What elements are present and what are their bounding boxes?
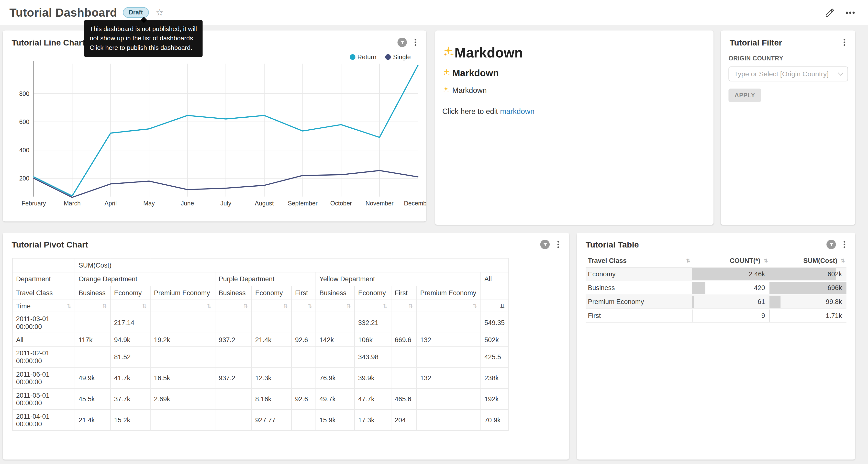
pivot-cell: 106k xyxy=(354,333,391,346)
sparkles-icon xyxy=(442,68,451,79)
kebab-menu-icon[interactable] xyxy=(843,243,845,245)
edit-markdown-link[interactable]: markdown xyxy=(500,107,534,116)
metric-cell: 602k xyxy=(770,267,846,281)
sort-icon[interactable]: ⇅ xyxy=(408,302,413,310)
more-options-icon[interactable] xyxy=(849,11,851,13)
column-header: Travel Class xyxy=(588,257,627,265)
card-header-icons xyxy=(827,240,846,249)
data-table: Travel Class⇅ COUNT(*)⇅ SUM(Cost)⇅ Econo… xyxy=(586,255,846,322)
legend-label: Return xyxy=(357,54,376,60)
pivot-cell: 332.21 xyxy=(354,312,391,333)
legend-item-single[interactable]: Single xyxy=(385,54,411,60)
x-tick-label: October xyxy=(330,200,352,207)
pivot-cell: 217.14 xyxy=(111,312,150,333)
pivot-cell xyxy=(150,312,215,333)
edit-dashboard-icon[interactable] xyxy=(825,7,835,18)
pivot-cell xyxy=(252,312,291,333)
pivot-cell: 132 xyxy=(416,333,481,346)
favorite-star-icon[interactable]: ☆ xyxy=(156,8,163,17)
kebab-menu-icon[interactable] xyxy=(843,41,845,43)
kebab-menu-icon[interactable] xyxy=(557,243,559,245)
pivot-dept-header: Orange Department xyxy=(75,272,215,286)
card-header: Tutorial Filter xyxy=(721,31,855,47)
sort-icon[interactable]: ⇅ xyxy=(283,302,288,310)
filter-body: ORIGIN COUNTRY Type or Select [Origin Co… xyxy=(728,55,848,102)
sort-icon[interactable]: ⇅ xyxy=(142,302,147,310)
pivot-cell xyxy=(215,346,252,367)
status-badge[interactable]: Draft xyxy=(123,7,149,18)
table-row[interactable]: Business420696k xyxy=(586,281,846,295)
pivot-table: SUM(Cost)DepartmentOrange DepartmentPurp… xyxy=(12,258,509,431)
pivot-row: 2011-02-01 00:00:0081.52343.98425.5 xyxy=(12,346,508,367)
sort-icon[interactable]: ⇅ xyxy=(308,302,312,310)
tooltip-text: This dashboard is not published, it will… xyxy=(90,25,197,51)
pivot-cell: 92.6 xyxy=(291,333,316,346)
table-row[interactable]: Premium Economy6199.8k xyxy=(586,294,846,308)
pivot-cell: 669.6 xyxy=(391,333,416,346)
pivot-cell xyxy=(75,312,111,333)
pivot-cell xyxy=(291,367,316,388)
data-table-container: Travel Class⇅ COUNT(*)⇅ SUM(Cost)⇅ Econo… xyxy=(586,255,846,322)
x-tick-label: November xyxy=(366,200,394,207)
card-title: Tutorial Table xyxy=(586,240,639,249)
origin-country-select[interactable]: Type or Select [Origin Country] xyxy=(728,66,848,82)
sort-icon[interactable]: ⇅ xyxy=(243,302,248,310)
pivot-metric-header: SUM(Cost) xyxy=(75,258,508,272)
pivot-cell: 465.6 xyxy=(391,388,416,409)
publish-tooltip[interactable]: This dashboard is not published, it will… xyxy=(84,20,203,57)
pivot-cell: 21.4k xyxy=(75,409,111,431)
apply-button[interactable]: APPLY xyxy=(728,89,761,102)
kebab-menu-icon[interactable] xyxy=(415,41,416,43)
pivot-cell: 17.3k xyxy=(354,409,391,431)
sort-icon[interactable]: ⇊ xyxy=(500,302,505,310)
y-tick-label: 200 xyxy=(19,175,29,182)
sort-icon[interactable]: ⇅ xyxy=(686,258,690,263)
legend-item-return[interactable]: Return xyxy=(350,54,376,60)
sort-icon[interactable]: ⇅ xyxy=(346,302,351,310)
card-header-icons xyxy=(398,38,417,47)
table-row[interactable]: Economy2.46k602k xyxy=(586,267,846,281)
pivot-cell: 70.9k xyxy=(481,409,508,431)
pivot-cell: 49.9k xyxy=(75,367,111,388)
chart-legend: Return Single xyxy=(350,54,411,60)
card-title: Tutorial Pivot Chart xyxy=(12,240,88,249)
value-bar xyxy=(692,295,694,308)
pivot-cell: 142k xyxy=(316,333,354,346)
filter-indicator-icon[interactable] xyxy=(398,38,407,47)
card-title: Tutorial Filter xyxy=(730,38,782,47)
metric-cell: 420 xyxy=(692,281,770,295)
x-tick-label: February xyxy=(22,200,46,207)
travel-class-cell: Economy xyxy=(586,267,692,281)
pivot-row-label: 2011-02-01 00:00:00 xyxy=(12,346,75,367)
sort-icon[interactable]: ⇅ xyxy=(383,302,388,310)
card-title: Tutorial Line Chart xyxy=(12,38,85,47)
sort-icon[interactable]: ⇅ xyxy=(473,302,477,310)
pivot-class-header: Business xyxy=(215,286,252,300)
card-header-icons xyxy=(843,41,846,43)
pivot-cell: 8.16k xyxy=(252,388,291,409)
sort-icon[interactable]: ⇅ xyxy=(207,302,212,310)
pivot-cell: 204 xyxy=(391,409,416,431)
filter-indicator-icon[interactable] xyxy=(827,240,836,249)
sort-icon[interactable]: ⇅ xyxy=(764,258,768,263)
pivot-cell: 549.35 xyxy=(481,312,508,333)
legend-label: Single xyxy=(393,54,411,60)
select-placeholder: Type or Select [Origin Country] xyxy=(734,70,829,78)
pivot-cell: 21.4k xyxy=(252,333,291,346)
sort-icon[interactable]: ⇅ xyxy=(102,302,107,310)
pivot-cell xyxy=(215,388,252,409)
pivot-cell: 937.2 xyxy=(215,367,252,388)
metric-cell: 61 xyxy=(692,294,770,308)
sort-icon[interactable]: ⇅ xyxy=(67,302,71,310)
markdown-paragraph: Markdown xyxy=(442,86,705,95)
pivot-row: 2011-05-01 00:00:0045.5k37.7k2.69k8.16k9… xyxy=(12,388,508,409)
table-row[interactable]: First91.71k xyxy=(586,308,846,322)
pivot-cell: 16.5k xyxy=(150,367,215,388)
card-header: Tutorial Table xyxy=(577,233,855,249)
pivot-cell: 15.2k xyxy=(111,409,150,431)
pivot-row-label: 2011-06-01 00:00:00 xyxy=(12,367,75,388)
filter-indicator-icon[interactable] xyxy=(540,240,550,249)
pivot-class-header: First xyxy=(291,286,316,300)
sort-icon[interactable]: ⇅ xyxy=(841,258,845,263)
pivot-cell: 927.77 xyxy=(252,409,291,431)
